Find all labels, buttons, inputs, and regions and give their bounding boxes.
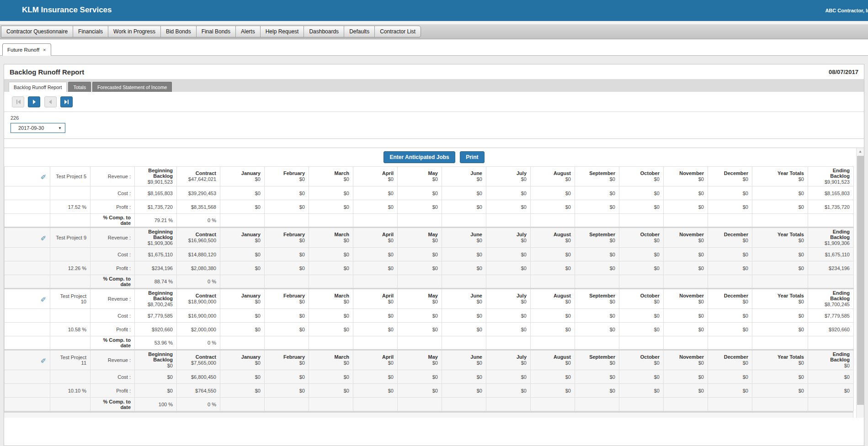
nav-item-contractor-list[interactable]: Contractor List — [375, 26, 421, 37]
tab-close-icon[interactable]: × — [43, 47, 46, 53]
cell-value: $0 — [446, 238, 482, 244]
cell-value: $0 — [712, 388, 748, 394]
last-page-icon — [64, 100, 67, 104]
nav-item-help-request[interactable]: Help Request — [261, 26, 304, 37]
cell-value: $0 — [268, 265, 305, 271]
table-actions: Enter Anticipated Jobs Print — [4, 148, 864, 166]
report-table-container: Enter Anticipated Jobs Print ✎Test Proje… — [4, 148, 864, 418]
nav-item-defaults[interactable]: Defaults — [344, 26, 375, 37]
beginning-backlog-cell: Beginning Backlog$1,909,306 — [135, 228, 177, 248]
cell-value: $1,735,720 — [812, 204, 850, 210]
month-cell: May$0 — [398, 228, 442, 248]
beginning-backlog-cell: Beginning Backlog$8,700,245 — [135, 289, 177, 309]
month-cell: $0 — [664, 309, 708, 323]
month-cell: $0 — [486, 384, 531, 398]
month-cell: $0 — [442, 323, 486, 336]
chevron-down-icon: ▼ — [58, 126, 62, 130]
column-header: Ending Backlog — [812, 168, 850, 179]
month-cell: $0 — [309, 186, 353, 200]
contract-cell: $764,550 — [177, 384, 220, 398]
print-button[interactable]: Print — [460, 151, 484, 163]
cell-value: $1,909,306 — [138, 240, 173, 246]
subtab-forecasted-statement-of-income[interactable]: Forecasted Statement of Income — [92, 82, 172, 92]
cell-value: $0 — [490, 360, 527, 366]
month-cell: April$0 — [353, 167, 398, 186]
contract-cell: $16,900,000 — [177, 309, 220, 323]
year-totals-cell — [752, 214, 808, 228]
cell-value: $0 — [712, 252, 748, 258]
cell-value: $0 — [357, 360, 394, 366]
pager-first-button[interactable] — [12, 96, 24, 107]
subtab-backlog-runoff-report[interactable]: Backlog Runoff Report — [9, 82, 67, 92]
month-cell — [619, 214, 664, 228]
edit-pencil-icon[interactable]: ✎ — [40, 295, 46, 303]
column-header: Year Totals — [756, 232, 804, 237]
nav-item-final-bonds[interactable]: Final Bonds — [197, 26, 236, 37]
nav-item-bid-bonds[interactable]: Bid Bonds — [161, 26, 197, 37]
table-row: % Comp. to date79.21 %0 % — [5, 214, 854, 228]
year-totals-cell — [752, 275, 808, 289]
tab-future-runoff[interactable]: Future Runoff × — [2, 43, 51, 56]
month-cell — [486, 275, 531, 289]
subtab-totals[interactable]: Totals — [68, 82, 91, 92]
ending-backlog-cell: $7,779,585 — [808, 309, 854, 323]
cell-value: $0 — [623, 313, 660, 319]
cell-value: $0 — [357, 204, 394, 210]
month-cell: $0 — [353, 370, 398, 384]
contract-cell: $2,000,000 — [177, 323, 220, 336]
cell-value: $0 — [712, 360, 748, 366]
scrollbar-thumb[interactable] — [857, 156, 864, 405]
cell-value: $0 — [446, 388, 482, 394]
month-cell: $0 — [664, 186, 708, 200]
cell-value: $0 — [313, 374, 349, 380]
nav-item-financials[interactable]: Financials — [73, 26, 108, 37]
cell-value: $920,660 — [138, 327, 173, 333]
month-cell: August$0 — [531, 289, 575, 309]
cell-value: $0 — [812, 363, 850, 369]
cell-value: $0 — [401, 388, 438, 394]
month-cell: July$0 — [486, 167, 531, 186]
month-cell: $0 — [265, 186, 309, 200]
header-divider — [0, 21, 868, 24]
cell-value: $18,900,000 — [181, 299, 216, 305]
cell-value: $7,565,000 — [181, 360, 216, 366]
month-cell: $0 — [353, 248, 398, 261]
nav-item-work-in-progress[interactable]: Work in Progress — [108, 26, 161, 37]
edit-pencil-icon[interactable]: ✎ — [40, 234, 46, 242]
cell-value: $0 — [712, 204, 748, 210]
month-cell: $0 — [619, 186, 664, 200]
row-label: Revenue : — [91, 167, 135, 186]
report-date: 08/07/2017 — [829, 69, 858, 75]
month-cell — [398, 398, 442, 411]
month-cell: $0 — [265, 323, 309, 336]
pager-previous-button[interactable] — [44, 96, 57, 107]
month-cell — [575, 336, 619, 350]
month-cell: $0 — [619, 384, 664, 398]
month-cell: May$0 — [398, 350, 442, 370]
enter-anticipated-jobs-button[interactable]: Enter Anticipated Jobs — [383, 151, 455, 163]
edit-pencil-icon[interactable]: ✎ — [40, 172, 46, 181]
column-header: November — [667, 232, 704, 237]
cell-value: $0 — [268, 252, 305, 258]
vertical-scrollbar[interactable]: ▲ — [856, 148, 864, 418]
cell-value: $0 — [224, 238, 261, 244]
beginning-backlog-cell: $8,165,803 — [135, 186, 177, 200]
beginning-backlog-cell: 100 % — [135, 398, 177, 411]
month-cell: $0 — [442, 370, 486, 384]
month-cell — [265, 275, 309, 289]
scroll-up-icon[interactable]: ▲ — [857, 148, 864, 155]
cell-value: $0 — [224, 265, 261, 271]
table-row: ✎Test Project 10Revenue :Beginning Backl… — [5, 289, 854, 309]
pager-last-button[interactable] — [60, 96, 73, 107]
cell-value: $0 — [534, 299, 571, 305]
cell-value: $0 — [224, 374, 261, 380]
period-dropdown[interactable]: 2017-09-30 ▼ — [11, 123, 65, 133]
nav-item-contractor-questionnaire[interactable]: Contractor Questionnaire — [1, 26, 73, 37]
column-header: October — [623, 232, 660, 237]
month-cell: $0 — [708, 370, 752, 384]
pager-next-button[interactable] — [28, 96, 40, 107]
nav-item-alerts[interactable]: Alerts — [236, 26, 261, 37]
nav-item-dashboards[interactable]: Dashboards — [304, 26, 344, 37]
month-cell: $0 — [398, 248, 442, 261]
edit-pencil-icon[interactable]: ✎ — [40, 356, 46, 364]
